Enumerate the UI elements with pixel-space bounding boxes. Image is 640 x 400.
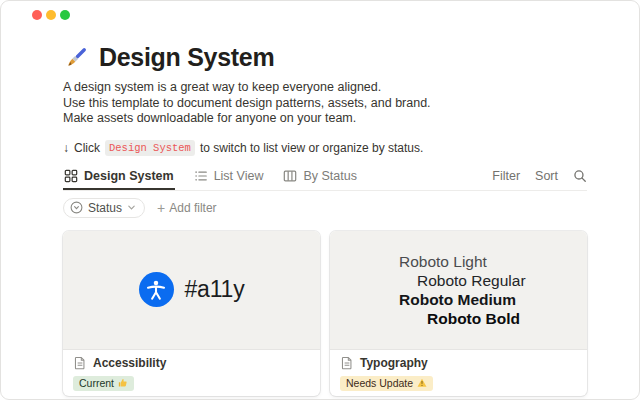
tab-label: By Status (303, 169, 357, 183)
page-icon (73, 356, 87, 370)
badge-label: Current (79, 378, 114, 390)
font-sample-bold: Roboto Bold (427, 309, 587, 328)
description-line: A design system is a great way to keep e… (63, 80, 587, 96)
card-cover: #a11y (63, 231, 320, 350)
view-controls: Filter Sort (492, 169, 587, 190)
tab-label: List View (214, 169, 264, 183)
filter-bar: Status + Add filter (63, 198, 587, 218)
inline-code-design-system: Design System (105, 140, 195, 156)
board-icon (283, 169, 297, 183)
paintbrush-icon (63, 44, 90, 71)
card-typography[interactable]: Roboto Light Roboto Regular Roboto Mediu… (330, 231, 587, 396)
tab-list-view[interactable]: List View (193, 169, 265, 190)
card-title-row: Accessibility (73, 356, 310, 370)
app-window: Design System A design system is a great… (0, 0, 640, 400)
view-tabs: Design System List View (63, 169, 358, 190)
filter-button[interactable]: Filter (492, 169, 520, 183)
badge-label: Needs Update (346, 378, 413, 390)
page-title: Design System (99, 43, 274, 72)
close-window-button[interactable] (32, 10, 42, 20)
sort-button[interactable]: Sort (535, 169, 558, 183)
card-title-row: Typography (340, 356, 577, 370)
gallery-icon (64, 169, 78, 183)
plus-icon: + (157, 201, 165, 215)
card-title: Accessibility (93, 356, 166, 370)
description-line: Make assets downloadable for anyone on y… (63, 111, 587, 127)
hint-prefix: Click (74, 141, 100, 155)
font-sample-medium: Roboto Medium (399, 290, 587, 309)
status-circle-icon (70, 201, 83, 214)
page-content: Design System A design system is a great… (63, 1, 587, 396)
view-tab-bar: Design System List View (63, 164, 587, 191)
add-filter-label: Add filter (169, 201, 216, 215)
list-icon (194, 169, 208, 183)
down-arrow-glyph: ↓ (63, 141, 69, 155)
font-sample-regular: Roboto Regular (417, 271, 587, 290)
card-accessibility[interactable]: #a11y Accessibility Current (63, 231, 320, 396)
status-filter-chip[interactable]: Status (63, 198, 145, 218)
add-filter-button[interactable]: + Add filter (157, 201, 217, 215)
card-footer: Typography Needs Update (330, 350, 587, 396)
hint-suffix: to switch to list view or organize by st… (200, 141, 423, 155)
card-title: Typography (360, 356, 428, 370)
status-badge-current: Current (73, 376, 134, 392)
status-chip-label: Status (88, 201, 122, 215)
hint-line: ↓ Click Design System to switch to list … (63, 140, 587, 156)
a11y-cover-text: #a11y (185, 276, 245, 303)
accessibility-icon (139, 272, 174, 307)
tab-design-system[interactable]: Design System (63, 169, 175, 190)
status-badge-needs-update: Needs Update (340, 376, 433, 392)
description-line: Use this template to document design pat… (63, 96, 587, 112)
font-sample-light: Roboto Light (399, 252, 587, 271)
page-header: Design System (63, 43, 587, 72)
gallery-cards: #a11y Accessibility Current (63, 231, 587, 396)
thumbs-up-icon (118, 378, 128, 388)
tab-label: Design System (84, 169, 174, 183)
tab-by-status[interactable]: By Status (282, 169, 358, 190)
card-cover: Roboto Light Roboto Regular Roboto Mediu… (330, 231, 587, 350)
search-icon[interactable] (573, 169, 587, 183)
warning-icon (417, 378, 427, 388)
chevron-down-icon (127, 203, 136, 212)
minimize-window-button[interactable] (46, 10, 56, 20)
page-description: A design system is a great way to keep e… (63, 80, 587, 127)
page-icon (340, 356, 354, 370)
card-footer: Accessibility Current (63, 350, 320, 396)
